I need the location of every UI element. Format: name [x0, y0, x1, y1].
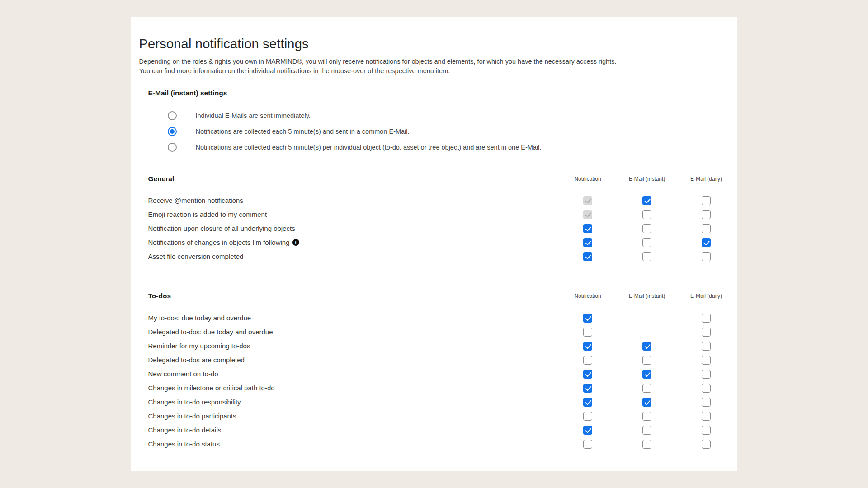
checkbox-email-instant[interactable]: [642, 398, 651, 407]
checkbox-notification[interactable]: [583, 252, 592, 261]
cell-email-instant: [618, 210, 677, 219]
checkbox-email-instant[interactable]: [642, 356, 651, 365]
table-row: Notification upon closure of all underly…: [131, 221, 737, 235]
row-label: Asset file conversion completed: [148, 253, 558, 260]
cell-email-daily: [677, 252, 736, 261]
row-label: Changes in to-do participants: [148, 412, 558, 420]
info-icon[interactable]: i: [292, 239, 299, 246]
column-header-email-instant: E-Mail (instant): [618, 176, 677, 182]
radio-option-row: Notifications are collected each 5 minut…: [168, 143, 737, 152]
checkbox-email-instant[interactable]: [642, 440, 651, 449]
checkbox-email-daily[interactable]: [702, 196, 711, 205]
checkbox-email-daily[interactable]: [702, 412, 711, 421]
cell-notification: [558, 412, 618, 421]
cell-notification: [558, 252, 618, 261]
row-label-text: Notifications of changes in objects I'm …: [148, 239, 290, 246]
checkbox-email-daily[interactable]: [702, 210, 711, 219]
checkbox-email-daily[interactable]: [702, 328, 711, 337]
checkbox-email-daily[interactable]: [702, 238, 711, 247]
table-row: Reminder for my upcoming to-dos: [131, 339, 737, 353]
cell-notification: [558, 342, 618, 351]
checkbox-email-instant[interactable]: [642, 370, 651, 379]
row-label-text: Reminder for my upcoming to-dos: [148, 342, 250, 350]
checkbox-notification[interactable]: [583, 384, 592, 393]
checkbox-email-daily[interactable]: [702, 370, 711, 379]
checkbox-email-instant[interactable]: [642, 426, 651, 435]
cell-email-instant: [618, 440, 677, 449]
checkbox-email-instant[interactable]: [642, 252, 651, 261]
cell-email-instant: [618, 196, 677, 205]
checkbox-notification: [583, 196, 592, 205]
checkbox-email-daily[interactable]: [702, 356, 711, 365]
checkbox-email-daily[interactable]: [702, 384, 711, 393]
checkbox-email-daily[interactable]: [702, 252, 711, 261]
checkbox-notification[interactable]: [583, 356, 592, 365]
description-line: You can find more information on the ind…: [139, 66, 737, 76]
checkbox-email-daily[interactable]: [702, 398, 711, 407]
cell-email-daily: [677, 398, 736, 407]
cell-notification: [558, 238, 618, 247]
column-header-email-instant: E-Mail (instant): [618, 293, 677, 299]
row-label-text: Receive @mention notifications: [148, 197, 243, 204]
checkbox-email-instant[interactable]: [642, 210, 651, 219]
checkbox-email-daily[interactable]: [702, 426, 711, 435]
row-label: Delegated to-dos: due today and overdue: [148, 328, 558, 336]
checkbox-email-instant[interactable]: [642, 412, 651, 421]
checkbox-email-daily[interactable]: [702, 224, 711, 233]
table-row: Changes in to-do details: [131, 423, 737, 437]
checkbox-email-instant[interactable]: [642, 196, 651, 205]
table-row: New comment on to-do: [131, 367, 737, 381]
column-header-email-daily: E-Mail (daily): [677, 176, 736, 182]
checkbox-email-daily[interactable]: [702, 342, 711, 351]
row-label: Notifications of changes in objects I'm …: [148, 239, 558, 246]
section-to-dos: To-dosNotificationE-Mail (instant)E-Mail…: [131, 291, 737, 451]
checkbox-email-instant[interactable]: [642, 384, 651, 393]
email-frequency-radio-1[interactable]: [168, 127, 177, 136]
row-label: New comment on to-do: [148, 370, 558, 378]
checkbox-notification[interactable]: [583, 328, 592, 337]
cell-email-instant: [618, 370, 677, 379]
section-header: To-dosNotificationE-Mail (instant)E-Mail…: [131, 291, 737, 300]
section-general: GeneralNotificationE-Mail (instant)E-Mai…: [131, 174, 737, 263]
cell-notification: [558, 384, 618, 393]
cell-email-instant: [618, 238, 677, 247]
email-instant-settings-heading: E-Mail (instant) settings: [148, 89, 737, 97]
checkbox-email-daily[interactable]: [702, 440, 711, 449]
row-label-text: Changes in to-do responsibility: [148, 398, 241, 406]
table-row: Changes in milestone or critical path to…: [131, 381, 737, 395]
column-header-email-daily: E-Mail (daily): [677, 293, 736, 299]
email-frequency-radio-2[interactable]: [168, 143, 177, 152]
checkbox-email-instant[interactable]: [642, 342, 651, 351]
cell-email-instant: [618, 384, 677, 393]
checkbox-notification[interactable]: [583, 370, 592, 379]
cell-email-daily: [677, 384, 736, 393]
checkbox-notification[interactable]: [583, 412, 592, 421]
email-frequency-radio-0[interactable]: [168, 111, 177, 120]
row-label-text: Changes in to-do participants: [148, 412, 236, 420]
section-heading: To-dos: [148, 292, 558, 300]
checkbox-notification: [583, 210, 592, 219]
checkbox-notification[interactable]: [583, 314, 592, 323]
cell-email-daily: [677, 196, 736, 205]
cell-email-instant: [618, 426, 677, 435]
row-label-text: Asset file conversion completed: [148, 253, 244, 260]
cell-email-instant: [618, 398, 677, 407]
section-rows: My to-dos: due today and overdueDelegate…: [131, 311, 737, 451]
row-label-text: Changes in to-do status: [148, 440, 220, 448]
row-label: Changes in to-do responsibility: [148, 398, 558, 406]
cell-email-instant: [618, 252, 677, 261]
checkbox-notification[interactable]: [583, 440, 592, 449]
checkbox-email-daily[interactable]: [702, 314, 711, 323]
checkbox-notification[interactable]: [583, 398, 592, 407]
checkbox-notification[interactable]: [583, 224, 592, 233]
table-row: Delegated to-dos: due today and overdue: [131, 325, 737, 339]
table-row: Receive @mention notifications: [131, 193, 737, 207]
table-row: Changes in to-do status: [131, 437, 737, 451]
cell-notification: [558, 196, 618, 205]
checkbox-notification[interactable]: [583, 426, 592, 435]
checkbox-email-instant[interactable]: [642, 238, 651, 247]
row-label: Changes in milestone or critical path to…: [148, 384, 558, 392]
checkbox-notification[interactable]: [583, 342, 592, 351]
checkbox-email-instant[interactable]: [642, 224, 651, 233]
checkbox-notification[interactable]: [583, 238, 592, 247]
